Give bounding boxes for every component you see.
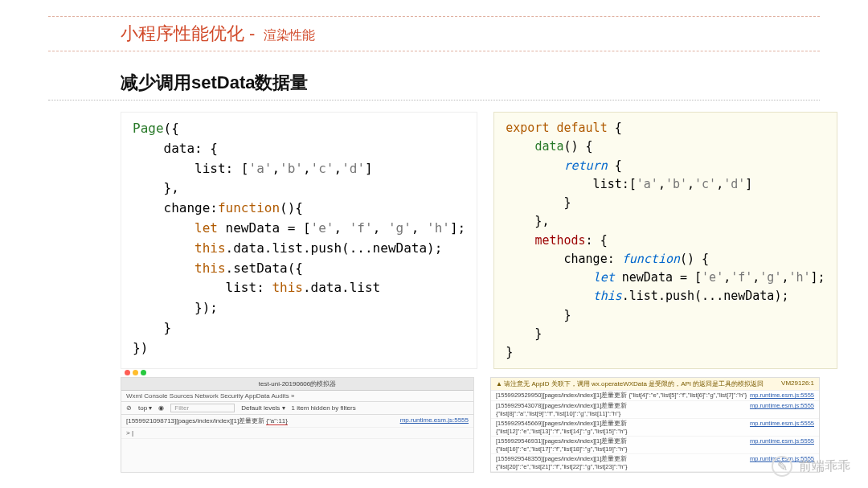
close-icon[interactable] xyxy=(125,370,130,375)
title-sub: 渲染性能 xyxy=(264,28,315,42)
page-title: 小程序性能优化 - 渲染性能 xyxy=(48,16,820,51)
source-link[interactable]: mp.runtime.esm.js:5555 xyxy=(750,392,814,400)
watermark-text: 前端乖乖 xyxy=(799,458,850,475)
title-sep: - xyxy=(244,23,260,43)
code-block-page: Page({ data: { list: ['a','b','c','d'] }… xyxy=(121,112,477,369)
source-link[interactable]: VM29126:1 xyxy=(781,379,814,388)
warning-icon: ▲ xyxy=(496,380,502,388)
watermark: ✎ 前端乖乖 xyxy=(772,456,850,477)
live-icon[interactable]: ◉ xyxy=(158,404,164,412)
title-main: 小程序性能优化 xyxy=(121,23,244,43)
context-select[interactable]: top ▾ xyxy=(138,404,152,412)
prompt-row[interactable]: > | xyxy=(121,428,473,439)
minimize-icon[interactable] xyxy=(133,370,138,375)
devtools-tabs[interactable]: Wxml Console Sources Network Security Ap… xyxy=(121,391,473,402)
window-title: test-uni-20190606的模拟器 xyxy=(121,378,473,391)
log-row: [1559929545669][pages/index/index][1]差量更… xyxy=(491,419,819,437)
filter-input[interactable]: Filter xyxy=(170,404,235,412)
log-row: [1559929529950][pages/index/index][1]差量更… xyxy=(491,391,819,401)
source-link[interactable]: mp.runtime.esm.js:5555 xyxy=(400,416,469,425)
code-block-vue: export default { data() { return { list:… xyxy=(493,112,837,369)
warning-row: ▲ 请注意无 AppID 关联下，调用 wx.operateWXData 是受限… xyxy=(491,378,819,391)
source-link[interactable]: mp.runtime.esm.js:5555 xyxy=(750,437,814,453)
clear-icon[interactable]: ⊘ xyxy=(126,404,132,412)
devtools-console-left: test-uni-20190606的模拟器 Wxml Console Sourc… xyxy=(121,377,474,473)
log-row: [1559929546931][pages/index/index][1]差量更… xyxy=(491,437,819,454)
log-row: [1559929543078][pages/index/index][1]差量更… xyxy=(491,401,819,419)
log-row: [1559929548355][pages/index/index][1]差量更… xyxy=(491,454,819,472)
source-link[interactable]: mp.runtime.esm.js:5555 xyxy=(750,402,814,417)
wechat-icon: ✎ xyxy=(772,456,792,477)
devtools-console-right: ▲ 请注意无 AppID 关联下，调用 wx.operateWXData 是受限… xyxy=(490,377,820,473)
maximize-icon[interactable] xyxy=(141,370,146,375)
levels-select[interactable]: Default levels ▾ xyxy=(241,404,285,412)
section-heading: 减少调用setData数据量 xyxy=(48,71,820,100)
source-link[interactable]: mp.runtime.esm.js:5555 xyxy=(750,420,814,435)
log-row: [1559921098713][pages/index/index][1]差量更… xyxy=(121,415,473,428)
hidden-count: 1 item hidden by filters xyxy=(292,404,356,412)
